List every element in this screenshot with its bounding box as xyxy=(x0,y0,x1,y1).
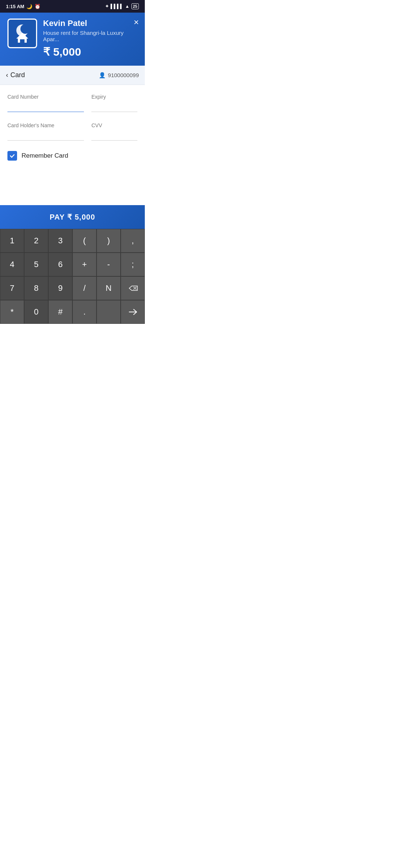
key-asterisk[interactable]: * xyxy=(0,300,24,324)
enter-key[interactable] xyxy=(121,300,145,324)
card-number-label: Card Number xyxy=(7,94,84,100)
wifi-icon: ▲ xyxy=(125,4,130,9)
payment-amount: ₹ 5,000 xyxy=(43,45,137,58)
arrow-right-icon xyxy=(128,309,137,315)
expiry-input[interactable] xyxy=(91,102,137,112)
holder-name-input[interactable] xyxy=(7,131,84,141)
check-icon xyxy=(9,153,15,159)
expiry-group: Expiry xyxy=(91,94,137,112)
backspace-icon xyxy=(128,285,138,292)
key-2[interactable]: 2 xyxy=(24,229,48,253)
cvv-input[interactable] xyxy=(91,131,137,141)
key-slash[interactable]: / xyxy=(72,276,97,300)
key-9[interactable]: 9 xyxy=(48,276,72,300)
key-hash[interactable]: # xyxy=(48,300,72,324)
amount-value: 5,000 xyxy=(53,46,81,58)
key-semicolon[interactable]: ; xyxy=(121,253,145,276)
bluetooth-icon: ✦ xyxy=(105,4,109,9)
key-6[interactable]: 6 xyxy=(48,253,72,276)
keyboard-row-4: * 0 # . xyxy=(0,300,145,324)
key-8[interactable]: 8 xyxy=(24,276,48,300)
key-empty xyxy=(97,300,121,324)
pay-button[interactable]: PAY ₹ 5,000 xyxy=(0,205,145,229)
back-nav[interactable]: ‹ Card xyxy=(6,71,25,79)
phone-display: 👤 9100000099 xyxy=(99,72,139,79)
key-close-paren[interactable]: ) xyxy=(97,229,121,253)
payment-header: Kevin Patel House rent for Shangri-la Lu… xyxy=(0,13,145,66)
key-open-paren[interactable]: ( xyxy=(72,229,97,253)
delete-key[interactable] xyxy=(121,276,145,300)
remember-card-row[interactable]: Remember Card xyxy=(7,151,137,161)
back-chevron-icon: ‹ xyxy=(6,71,8,79)
card-form: Card Number Expiry Card Holder's Name CV… xyxy=(0,85,145,161)
moon-icon: 🌙 xyxy=(26,4,32,9)
battery-level: 25 xyxy=(133,4,137,9)
keyboard-row-3: 7 8 9 / N xyxy=(0,276,145,300)
time: 1:15 AM xyxy=(6,4,24,9)
payment-description: House rent for Shangri-la Luxury Apar... xyxy=(43,30,137,42)
currency-symbol: ₹ xyxy=(43,46,50,58)
cvv-group: CVV xyxy=(91,122,137,141)
phone-number: 9100000099 xyxy=(108,72,139,78)
keyboard-row-1: 1 2 3 ( ) , xyxy=(0,229,145,253)
close-button[interactable]: × xyxy=(134,18,139,27)
card-number-input[interactable] xyxy=(7,102,84,112)
key-3[interactable]: 3 xyxy=(48,229,72,253)
status-left: 1:15 AM 🌙 ⏰ xyxy=(6,4,40,9)
remember-card-checkbox[interactable] xyxy=(7,151,17,161)
key-1[interactable]: 1 xyxy=(0,229,24,253)
expiry-label: Expiry xyxy=(91,94,137,100)
status-bar: 1:15 AM 🌙 ⏰ ✦ ▌▌▌▌ ▲ 25 xyxy=(0,0,145,13)
key-comma[interactable]: , xyxy=(121,229,145,253)
holder-cvv-row: Card Holder's Name CVV xyxy=(7,122,137,141)
cvv-label: CVV xyxy=(91,122,137,128)
key-4[interactable]: 4 xyxy=(0,253,24,276)
payer-name: Kevin Patel xyxy=(43,19,137,28)
key-0[interactable]: 0 xyxy=(24,300,48,324)
svg-point-1 xyxy=(20,24,30,34)
remember-card-label: Remember Card xyxy=(22,152,68,160)
payment-info: Kevin Patel House rent for Shangri-la Lu… xyxy=(43,19,137,58)
key-plus[interactable]: + xyxy=(72,253,97,276)
merchant-logo xyxy=(7,19,37,48)
card-number-group: Card Number xyxy=(7,94,84,112)
key-minus[interactable]: - xyxy=(97,253,121,276)
key-n[interactable]: N xyxy=(97,276,121,300)
alarm-icon: ⏰ xyxy=(35,4,40,9)
key-period[interactable]: . xyxy=(72,300,97,324)
svg-rect-3 xyxy=(20,39,25,43)
content-spacer xyxy=(0,161,145,205)
signal-icon: ▌▌▌▌ xyxy=(111,4,123,9)
battery-indicator: 25 xyxy=(131,3,139,9)
numeric-keyboard: 1 2 3 ( ) , 4 5 6 + - ; 7 8 9 / N * 0 # … xyxy=(0,229,145,324)
holder-name-label: Card Holder's Name xyxy=(7,122,84,128)
holder-name-group: Card Holder's Name xyxy=(7,122,84,141)
nav-title: Card xyxy=(10,71,25,79)
keyboard-row-2: 4 5 6 + - ; xyxy=(0,253,145,276)
key-5[interactable]: 5 xyxy=(24,253,48,276)
status-right: ✦ ▌▌▌▌ ▲ 25 xyxy=(105,3,139,9)
person-icon: 👤 xyxy=(99,72,106,79)
svg-rect-5 xyxy=(24,34,26,37)
card-number-row: Card Number Expiry xyxy=(7,94,137,112)
nav-bar: ‹ Card 👤 9100000099 xyxy=(0,66,145,85)
key-7[interactable]: 7 xyxy=(0,276,24,300)
